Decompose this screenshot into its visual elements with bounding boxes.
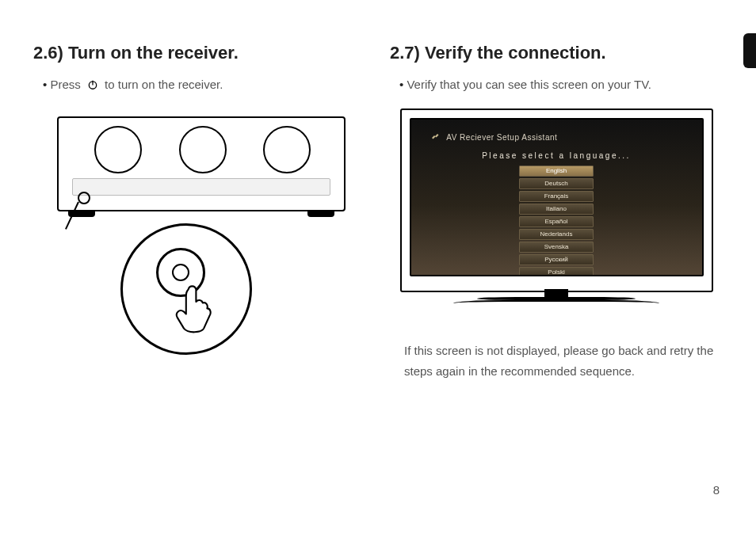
section-verify: 2.7) Verify the connection. Verify that …	[390, 43, 723, 509]
display-panel	[72, 178, 330, 196]
foot-icon	[307, 211, 334, 217]
manual-page: 2.6) Turn on the receiver. Press to turn…	[0, 0, 756, 533]
language-option: Nederlands	[519, 229, 594, 240]
tv-screen: AV Reciever Setup Assistant Please selec…	[410, 118, 704, 276]
side-tab	[743, 33, 756, 68]
language-option: Deutsch	[519, 178, 594, 189]
note-retry: If this screen is not displayed, please …	[404, 341, 723, 381]
setup-assistant-title: AV Reciever Setup Assistant	[446, 133, 557, 142]
text-press: Press	[50, 78, 80, 91]
zoom-circle	[120, 223, 252, 355]
language-list: English Deutsch Français Italiano Españo…	[411, 164, 702, 270]
tools-icon	[430, 132, 440, 142]
tv-stand-base	[477, 297, 636, 300]
power-icon	[87, 79, 98, 93]
language-option: Polski	[519, 267, 594, 276]
receiver-illustration	[49, 116, 350, 354]
heading-turn-on: 2.6) Turn on the receiver.	[33, 43, 366, 63]
language-option: Español	[519, 216, 594, 227]
language-option: Русский	[519, 254, 594, 265]
language-option: Italiano	[519, 204, 594, 215]
section-turn-on: 2.6) Turn on the receiver. Press to turn…	[33, 43, 366, 509]
page-number: 8	[713, 483, 720, 497]
text-verify: Verify that you can see this screen on y…	[407, 78, 651, 91]
setup-assistant-title-row: AV Reciever Setup Assistant	[430, 132, 558, 142]
knob-icon	[263, 126, 311, 173]
language-option: Français	[519, 191, 594, 202]
power-button-icon	[78, 192, 90, 204]
receiver-body	[57, 116, 346, 211]
hand-icon	[167, 280, 223, 338]
text-to-turn-on: to turn on the receiver.	[105, 78, 223, 91]
knob-icon	[94, 126, 142, 173]
tv-illustration: AV Reciever Setup Assistant Please selec…	[400, 109, 713, 326]
two-column-layout: 2.6) Turn on the receiver. Press to turn…	[33, 43, 723, 509]
instruction-press-power: Press to turn on the receiver.	[43, 78, 366, 93]
setup-assistant-prompt: Please select a language...	[411, 151, 702, 160]
instruction-verify: Verify that you can see this screen on y…	[399, 78, 723, 91]
language-option: Svenska	[519, 242, 594, 253]
heading-verify: 2.7) Verify the connection.	[390, 43, 723, 63]
language-option: English	[519, 166, 594, 177]
knob-icon	[179, 126, 227, 173]
tv-bezel: AV Reciever Setup Assistant Please selec…	[400, 109, 713, 292]
